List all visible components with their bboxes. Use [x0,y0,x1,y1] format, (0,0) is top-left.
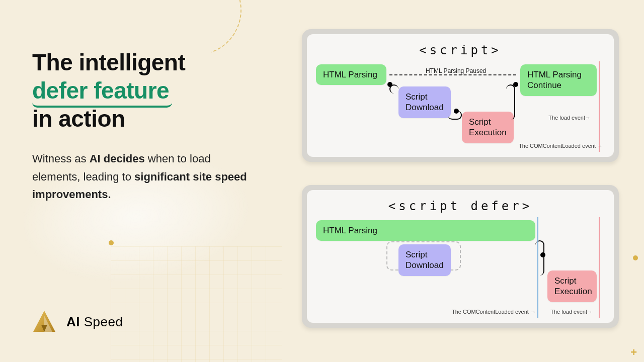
event-domcontentloaded: The COMContentLoaded event → [452,309,536,315]
label-paused: HTML Parsing Paused [426,67,486,74]
diagram-card-script-defer: <script defer> HTML Parsing Script Downl… [302,185,619,328]
diagram-inner: <script> HTML Parsing HTML Parsing Pause… [307,34,614,157]
box-script-download: Script Download [398,244,451,276]
decor-plus: + [630,346,637,359]
headline: The intelligent defer feature in action [32,48,269,133]
diagram-title: <script defer> [316,199,605,213]
subtitle-pre: Witness as [32,152,90,165]
event-load: The load event→ [548,115,591,121]
subtitle: Witness as AI decides when to load eleme… [32,150,249,203]
box-html-continue: HTML Parsing Continue [520,64,597,96]
diagram-title: <script> [316,43,605,57]
decor-dot [633,255,638,260]
connector-line [506,84,515,120]
dashline-paused [389,74,516,75]
brand-rest: Speed [80,314,123,329]
brand-text: AI Speed [66,314,123,330]
event-domcontentloaded: The COMContentLoaded event → [519,143,603,149]
box-html-parsing: HTML Parsing [316,64,386,85]
event-load: The load event→ [550,309,593,315]
brand-bold: AI [66,314,80,329]
box-script-download: Script Download [398,86,451,118]
diagram-lane: HTML Parsing Script Download Script Exec… [316,220,605,316]
connector-line [389,84,398,94]
box-script-execution: Script Execution [462,112,514,143]
connector-line [535,240,544,276]
subtitle-bold1: AI decides [90,152,145,165]
headline-line1: The intelligent [32,49,185,75]
diagram-lane: HTML Parsing HTML Parsing Paused Script … [316,64,605,150]
diagram-card-script: <script> HTML Parsing HTML Parsing Pause… [302,29,619,162]
box-script-execution: Script Execution [547,270,597,302]
hero-copy: The intelligent defer feature in action … [32,48,269,203]
endline-red [599,217,600,318]
endline-blue [537,217,538,318]
headline-line3: in action [32,106,125,132]
connector-line [448,111,462,120]
brand: AI Speed [32,310,123,334]
brand-logo-icon [32,310,56,334]
headline-highlight: defer feature [32,76,169,105]
decor-grid [111,246,282,362]
diagram-inner: <script defer> HTML Parsing Script Downl… [307,190,614,323]
decor-dot [109,240,114,245]
endline-red [599,61,600,152]
box-html-parsing: HTML Parsing [316,220,535,241]
